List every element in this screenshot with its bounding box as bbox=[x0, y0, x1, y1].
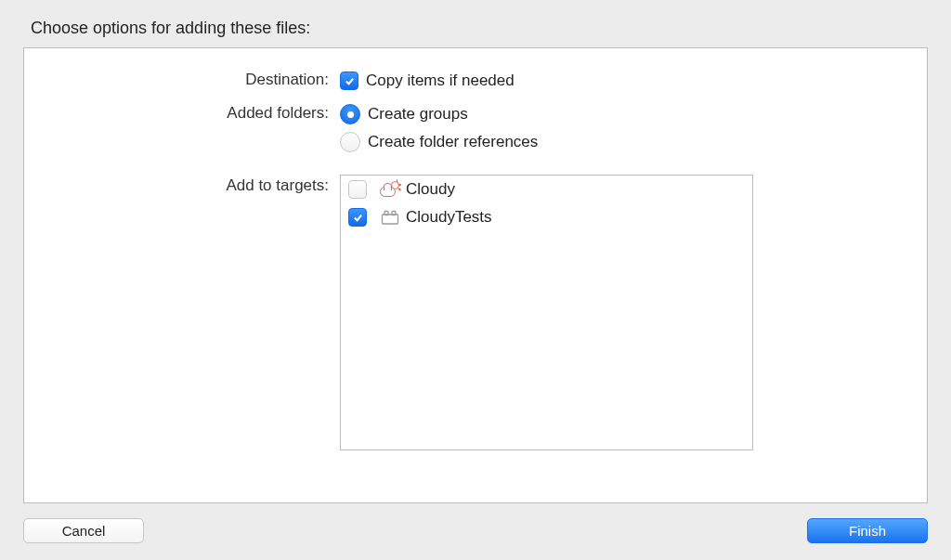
target-checkbox[interactable] bbox=[348, 180, 367, 199]
options-panel: Destination: Copy items if needed Added … bbox=[23, 47, 928, 503]
create-groups-radio[interactable] bbox=[340, 104, 360, 124]
target-name: CloudyTests bbox=[406, 208, 492, 227]
svg-rect-2 bbox=[392, 212, 396, 215]
target-row[interactable]: CloudyTests bbox=[341, 203, 752, 231]
copy-items-checkbox[interactable] bbox=[340, 72, 358, 90]
create-folder-references-label: Create folder references bbox=[368, 133, 538, 151]
targets-list[interactable]: Cloudy CloudyTest bbox=[340, 175, 753, 450]
target-name: Cloudy bbox=[406, 180, 455, 199]
target-checkbox[interactable] bbox=[348, 208, 367, 227]
cancel-button[interactable]: Cancel bbox=[23, 518, 144, 543]
finish-button[interactable]: Finish bbox=[807, 518, 928, 543]
create-groups-label: Create groups bbox=[368, 105, 468, 124]
copy-items-label: Copy items if needed bbox=[366, 72, 515, 90]
create-folder-references-radio[interactable] bbox=[340, 132, 360, 152]
svg-rect-0 bbox=[383, 215, 398, 224]
target-row[interactable]: Cloudy bbox=[341, 176, 752, 203]
dialog-heading: Choose options for adding these files: bbox=[31, 19, 928, 38]
svg-rect-1 bbox=[384, 212, 388, 215]
cloud-sun-icon bbox=[380, 180, 400, 199]
blocks-icon bbox=[380, 208, 400, 227]
destination-label: Destination: bbox=[43, 69, 340, 89]
added-folders-label: Added folders: bbox=[43, 102, 340, 123]
add-to-targets-label: Add to targets: bbox=[43, 175, 340, 195]
